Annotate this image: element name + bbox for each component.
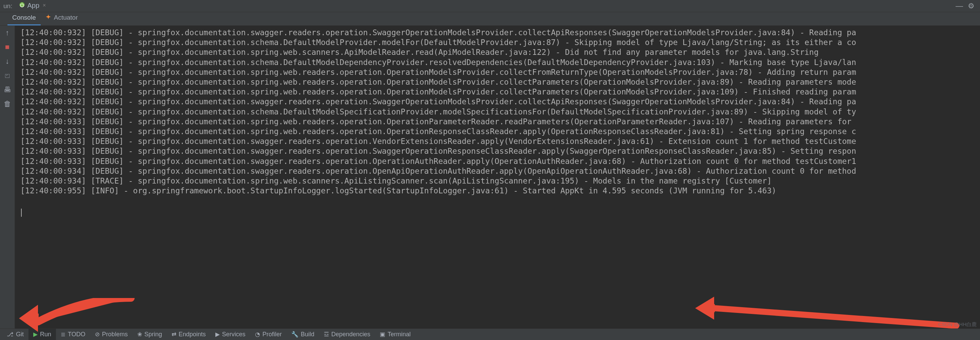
log-line: [12:40:00:932] [DEBUG] - springfox.docum… bbox=[20, 107, 980, 117]
log-line: [12:40:00:932] [DEBUG] - springfox.docum… bbox=[20, 77, 980, 87]
log-line: [12:40:00:932] [DEBUG] - springfox.docum… bbox=[20, 28, 980, 38]
tab-actuator[interactable]: Actuator bbox=[41, 11, 83, 25]
log-line: [12:40:00:933] [DEBUG] - springfox.docum… bbox=[20, 136, 980, 146]
close-tab-icon[interactable]: × bbox=[43, 2, 46, 8]
log-line: [12:40:00:932] [DEBUG] - springfox.docum… bbox=[20, 47, 980, 57]
spring-icon: ❀ bbox=[137, 331, 142, 338]
todo-icon: ≣ bbox=[61, 331, 65, 338]
console-gutter: ↑■↓⏍🖶🗑 bbox=[0, 26, 15, 329]
footer-spring-label: Spring bbox=[145, 331, 162, 338]
footer-profiler-label: Profiler bbox=[262, 331, 282, 338]
log-line: [12:40:00:933] [DEBUG] - springfox.docum… bbox=[20, 146, 980, 156]
spring-boot-icon bbox=[19, 2, 25, 9]
layout-icon[interactable]: ⏍ bbox=[5, 71, 10, 80]
profiler-icon: ◔ bbox=[255, 331, 260, 338]
rerun-icon[interactable]: ↑ bbox=[5, 28, 9, 37]
footer-dependencies-label: Dependencies bbox=[331, 331, 370, 338]
footer-build-label: Build bbox=[301, 331, 314, 338]
run-config-tab[interactable]: App × bbox=[16, 0, 51, 12]
watermark: CSDN @HH白鹿 bbox=[938, 321, 977, 328]
git-icon: ⎇ bbox=[7, 331, 14, 338]
trash-icon[interactable]: 🗑 bbox=[4, 100, 11, 108]
build-icon: 🔧 bbox=[291, 331, 298, 338]
cursor bbox=[21, 209, 22, 217]
footer-todo-label: TODO bbox=[68, 331, 86, 338]
hide-icon[interactable]: — bbox=[956, 2, 963, 11]
actuator-icon bbox=[45, 14, 51, 21]
footer-endpoints[interactable]: ⇄Endpoints bbox=[167, 329, 211, 340]
log-line: [12:40:00:932] [DEBUG] - springfox.docum… bbox=[20, 58, 980, 67]
run-body: ↑■↓⏍🖶🗑 [12:40:00:932] [DEBUG] - springfo… bbox=[0, 26, 980, 329]
terminal-icon: ▣ bbox=[380, 331, 385, 338]
log-line: [12:40:00:933] [DEBUG] - springfox.docum… bbox=[20, 157, 980, 166]
tab-console[interactable]: Console bbox=[8, 11, 41, 25]
log-line: [12:40:00:933] [DEBUG] - springfox.docum… bbox=[20, 127, 980, 136]
footer-services[interactable]: ▶Services bbox=[211, 329, 250, 340]
run-label: un: bbox=[3, 2, 12, 10]
footer-problems[interactable]: ⊘Problems bbox=[90, 329, 133, 340]
run-config-name: App bbox=[27, 2, 39, 9]
log-line: [12:40:00:934] [DEBUG] - springfox.docum… bbox=[20, 166, 980, 176]
console-output[interactable]: [12:40:00:932] [DEBUG] - springfox.docum… bbox=[15, 26, 980, 329]
services-icon: ▶ bbox=[215, 331, 220, 338]
log-line: [12:40:00:932] [DEBUG] - springfox.docum… bbox=[20, 38, 980, 47]
stop-icon[interactable]: ■ bbox=[5, 43, 10, 51]
log-line: [12:40:00:934] [TRACE] - springfox.docum… bbox=[20, 176, 980, 186]
log-line: [12:40:00:932] [DEBUG] - springfox.docum… bbox=[20, 67, 980, 77]
footer-terminal[interactable]: ▣Terminal bbox=[375, 329, 415, 340]
down-icon[interactable]: ↓ bbox=[5, 57, 9, 66]
footer-run[interactable]: ▶Run bbox=[29, 329, 56, 340]
print-icon[interactable]: 🖶 bbox=[4, 85, 11, 94]
dependencies-icon: ☲ bbox=[324, 331, 329, 338]
run-tool-header: un: App × — ⚙ bbox=[0, 0, 980, 12]
log-line: [12:40:00:933] [DEBUG] - springfox.docum… bbox=[20, 117, 980, 127]
log-line: [12:40:00:955] [INFO] - org.springframew… bbox=[20, 186, 980, 196]
footer-profiler[interactable]: ◔Profiler bbox=[250, 329, 286, 340]
tab-console-label: Console bbox=[12, 14, 36, 21]
footer-spring[interactable]: ❀Spring bbox=[133, 329, 167, 340]
log-line: [12:40:00:932] [DEBUG] - springfox.docum… bbox=[20, 87, 980, 97]
footer-problems-label: Problems bbox=[102, 331, 128, 338]
problems-icon: ⊘ bbox=[95, 331, 100, 338]
run-icon: ▶ bbox=[33, 331, 38, 338]
footer-services-label: Services bbox=[222, 331, 245, 338]
footer-git[interactable]: ⎇Git bbox=[2, 329, 29, 340]
endpoints-icon: ⇄ bbox=[172, 331, 177, 338]
log-line: [12:40:00:932] [DEBUG] - springfox.docum… bbox=[20, 97, 980, 107]
footer-endpoints-label: Endpoints bbox=[179, 331, 206, 338]
footer-todo[interactable]: ≣TODO bbox=[56, 329, 90, 340]
tab-actuator-label: Actuator bbox=[54, 14, 78, 21]
bottom-toolbar: ⎇Git▶Run≣TODO⊘Problems❀Spring⇄Endpoints▶… bbox=[0, 329, 980, 340]
footer-dependencies[interactable]: ☲Dependencies bbox=[319, 329, 375, 340]
footer-terminal-label: Terminal bbox=[388, 331, 410, 338]
run-tabs: Console Actuator bbox=[0, 12, 980, 26]
footer-build[interactable]: 🔧Build bbox=[286, 329, 319, 340]
footer-git-label: Git bbox=[16, 331, 24, 338]
footer-run-label: Run bbox=[40, 331, 51, 338]
gear-icon[interactable]: ⚙ bbox=[968, 2, 975, 11]
